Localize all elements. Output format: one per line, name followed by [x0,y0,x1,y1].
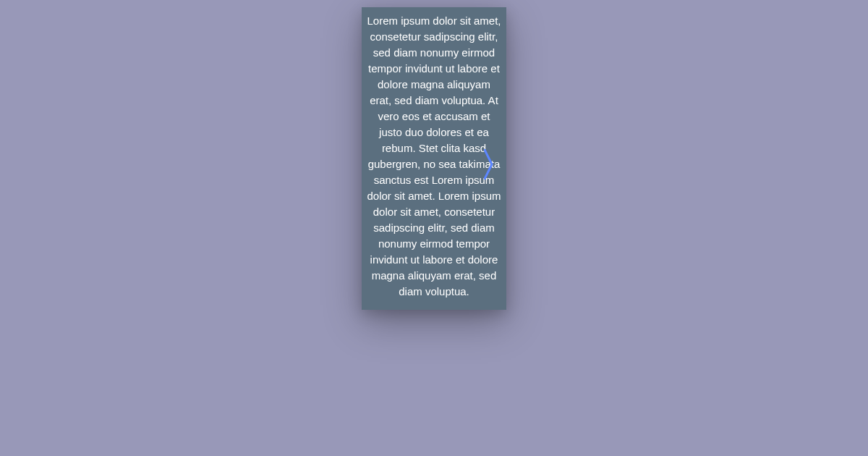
card-body-text: Lorem ipsum dolor sit amet, consetetur s… [362,7,506,305]
text-card: Lorem ipsum dolor sit amet, consetetur s… [362,7,506,310]
